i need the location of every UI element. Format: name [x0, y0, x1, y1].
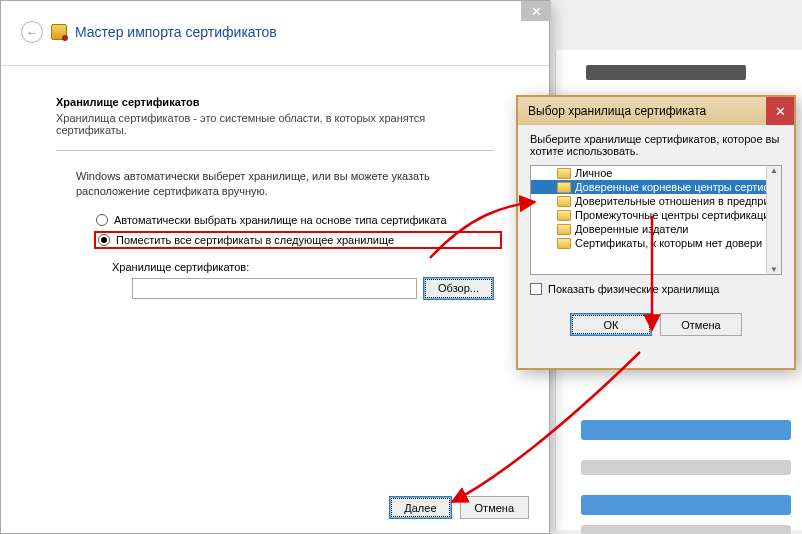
radio-auto-label: Автоматически выбрать хранилище на основ… — [114, 214, 447, 226]
store-tree[interactable]: Личное Доверенные корневые центры сертиф… — [530, 165, 782, 275]
tree-item-enterprise-trust[interactable]: Доверительные отношения в предпри — [531, 194, 766, 208]
wizard-header: ← Мастер импорта сертификатов — [1, 1, 549, 66]
dialog-cancel-button[interactable]: Отмена — [660, 313, 742, 336]
wizard-footer: Далее Отмена — [389, 496, 529, 519]
tree-item-label: Доверенные корневые центры сертиф — [575, 181, 773, 193]
show-physical-checkbox[interactable]: Показать физические хранилища — [530, 283, 782, 295]
ok-button[interactable]: ОК — [570, 313, 652, 336]
radio-place-in-store[interactable]: Поместить все сертификаты в следующее хр… — [94, 231, 502, 249]
checkbox-icon — [530, 283, 542, 295]
tree-item-trusted-publishers[interactable]: Доверенные издатели — [531, 222, 766, 236]
folder-icon — [557, 196, 571, 207]
store-path-input[interactable] — [132, 278, 417, 299]
tree-item-personal[interactable]: Личное — [531, 166, 766, 180]
radio-manual-label: Поместить все сертификаты в следующее хр… — [116, 234, 394, 246]
tree-item-label: Личное — [575, 167, 612, 179]
folder-icon — [557, 182, 571, 193]
tree-item-label: Промежуточные центры сертификаци — [575, 209, 769, 221]
dialog-title: Выбор хранилища сертификата — [528, 104, 706, 118]
browse-button[interactable]: Обзор... — [423, 277, 494, 300]
folder-icon — [557, 168, 571, 179]
store-choice-group: Автоматически выбрать хранилище на основ… — [94, 213, 494, 249]
folder-icon — [557, 238, 571, 249]
next-button[interactable]: Далее — [389, 496, 451, 519]
store-selection-dialog: Выбор хранилища сертификата ✕ Выберите х… — [516, 95, 796, 370]
section-divider — [56, 150, 494, 151]
wizard-body: Хранилище сертификатов Хранилища сертифи… — [1, 66, 549, 300]
tree-scrollbar[interactable] — [766, 166, 781, 274]
back-button[interactable]: ← — [21, 21, 43, 43]
tree-item-intermediate-ca[interactable]: Промежуточные центры сертификаци — [531, 208, 766, 222]
tree-item-untrusted[interactable]: Сертификаты, к которым нет довери — [531, 236, 766, 250]
tree-item-trusted-root[interactable]: Доверенные корневые центры сертиф — [531, 180, 766, 194]
close-icon: ✕ — [531, 4, 542, 19]
tree-item-label: Сертификаты, к которым нет довери — [575, 237, 762, 249]
dialog-titlebar[interactable]: Выбор хранилища сертификата ✕ — [518, 97, 794, 125]
tree-item-label: Доверенные издатели — [575, 223, 688, 235]
radio-icon — [96, 214, 108, 226]
wizard-title: Мастер импорта сертификатов — [75, 24, 277, 40]
folder-icon — [557, 210, 571, 221]
dialog-close-button[interactable]: ✕ — [766, 97, 794, 125]
store-field-label: Хранилище сертификатов: — [112, 261, 494, 273]
radio-auto-select[interactable]: Автоматически выбрать хранилище на основ… — [94, 213, 494, 227]
back-arrow-icon: ← — [26, 25, 39, 40]
section-heading: Хранилище сертификатов — [56, 96, 494, 108]
cancel-button[interactable]: Отмена — [460, 496, 529, 519]
instructions-text: Windows автоматически выберет хранилище,… — [76, 169, 436, 199]
tree-item-label: Доверительные отношения в предпри — [575, 195, 770, 207]
wizard-close-button[interactable]: ✕ — [521, 1, 551, 21]
close-icon: ✕ — [775, 104, 786, 119]
show-physical-label: Показать физические хранилища — [548, 283, 719, 295]
section-description: Хранилища сертификатов - это системные о… — [56, 112, 494, 136]
folder-icon — [557, 224, 571, 235]
certificate-icon — [51, 24, 67, 40]
radio-icon — [98, 234, 110, 246]
dialog-instructions: Выберите хранилище сертификатов, которое… — [530, 133, 782, 157]
certificate-import-wizard: ✕ ← Мастер импорта сертификатов Хранилищ… — [0, 0, 550, 534]
